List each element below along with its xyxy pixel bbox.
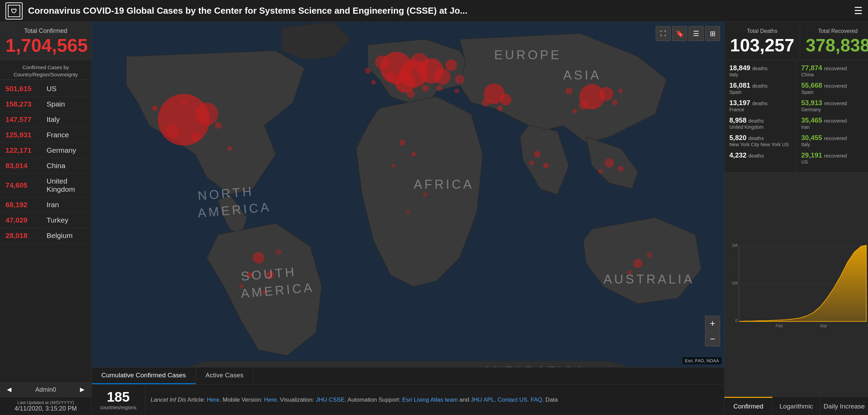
- svg-point-47: [406, 210, 410, 213]
- svg-point-41: [618, 166, 624, 172]
- faq-link[interactable]: FAQ: [531, 397, 542, 403]
- recovered-country: Iran: [801, 124, 863, 130]
- stats-row: Total Deaths 103,257 Total Recovered 378…: [725, 22, 868, 61]
- map-tabs: Cumulative Confirmed Cases Active Cases: [92, 367, 724, 384]
- svg-point-9: [227, 146, 232, 151]
- jhu-csse-link[interactable]: JHU CSSE: [316, 397, 344, 403]
- chart-tabs: Confirmed Logarithmic Daily Increase: [725, 397, 868, 415]
- zoom-in-button[interactable]: +: [705, 316, 720, 331]
- country-list: 501,615US158,273Spain147,577Italy125,931…: [0, 80, 91, 382]
- esri-atlas-link[interactable]: Esri Living Atlas team: [402, 397, 458, 403]
- last-updated-label: Last Updated at (M/D/YYYY): [5, 400, 86, 405]
- tab-active-cases[interactable]: Active Cases: [196, 367, 253, 384]
- app-header: 🛡 Coronavirus COVID-19 Global Cases by t…: [0, 0, 868, 22]
- country-count: 47,029: [5, 216, 43, 224]
- svg-point-20: [407, 90, 415, 98]
- chart-area: 2M 1M 0 Feb Mar: [725, 173, 868, 397]
- svg-point-51: [276, 249, 281, 255]
- svg-text:AFRICA: AFRICA: [414, 177, 474, 191]
- country-count: 501,615: [5, 85, 43, 93]
- death-number: 4,232 deaths: [729, 151, 791, 159]
- svg-point-40: [605, 158, 614, 167]
- recovered-item: 55,668 recoveredSpain: [801, 81, 863, 95]
- center-map: ⛶ 🔖 ☰ ⊞: [92, 22, 724, 415]
- country-count: 122,171: [5, 146, 43, 154]
- svg-point-45: [392, 164, 395, 167]
- svg-point-54: [633, 259, 643, 268]
- svg-point-15: [435, 68, 451, 85]
- main-layout: Total Confirmed 1,704,565 Confirmed Case…: [0, 22, 868, 415]
- death-item: 4,232 deaths: [729, 151, 791, 159]
- total-deaths-box: Total Deaths 103,257: [725, 22, 800, 60]
- total-deaths-label: Total Deaths: [730, 28, 794, 34]
- recovered-number: 29,191 recovered: [801, 151, 863, 159]
- tab-logarithmic[interactable]: Logarithmic: [772, 397, 820, 415]
- svg-point-5: [191, 133, 200, 142]
- list-item[interactable]: 158,273Spain: [0, 97, 91, 112]
- bookmark-button[interactable]: 🔖: [672, 26, 687, 41]
- countries-number: 185: [107, 389, 130, 405]
- list-item[interactable]: 83,014China: [0, 158, 91, 174]
- tab-daily-increase[interactable]: Daily Increase: [820, 397, 868, 415]
- death-number: 5,820 deaths: [729, 134, 791, 142]
- country-count: 74,605: [5, 181, 43, 189]
- tab-confirmed[interactable]: Confirmed: [725, 397, 772, 415]
- list-item[interactable]: 74,605United Kingdom: [0, 174, 91, 197]
- zoom-out-button[interactable]: −: [705, 331, 720, 347]
- country-count: 83,014: [5, 162, 43, 170]
- tab-cumulative-confirmed[interactable]: Cumulative Confirmed Cases: [92, 367, 196, 384]
- menu-icon[interactable]: ☰: [854, 5, 863, 16]
- list-item[interactable]: 122,171Germany: [0, 143, 91, 158]
- country-count: 158,273: [5, 100, 43, 108]
- death-item: 16,081 deathsSpain: [729, 81, 791, 95]
- svg-point-31: [600, 87, 613, 101]
- map-area[interactable]: ⛶ 🔖 ☰ ⊞: [92, 22, 724, 367]
- app-logo: 🛡: [5, 2, 23, 20]
- jhu-apl-link[interactable]: JHU APL: [471, 397, 494, 403]
- confirmed-chart: 2M 1M 0 Feb Mar: [725, 173, 868, 397]
- admin-next-button[interactable]: ►: [78, 385, 86, 394]
- list-item[interactable]: 28,018Belgium: [0, 228, 91, 243]
- confirmed-by-country-label: Confirmed Cases by Country/Region/Sovere…: [0, 60, 91, 80]
- list-item[interactable]: 125,931France: [0, 127, 91, 143]
- svg-point-37: [534, 151, 541, 158]
- death-number: 13,197 deaths: [729, 99, 791, 107]
- recovered-number: 30,455 recovered: [801, 134, 863, 142]
- svg-point-34: [612, 100, 618, 105]
- svg-point-29: [497, 105, 503, 111]
- country-name: Germany: [47, 146, 76, 154]
- contact-us-link[interactable]: Contact US: [498, 397, 527, 403]
- svg-point-25: [455, 89, 459, 93]
- list-item[interactable]: 147,577Italy: [0, 112, 91, 127]
- recovered-country: China: [801, 72, 863, 77]
- list-item[interactable]: 47,029Turkey: [0, 213, 91, 228]
- country-name: France: [47, 131, 69, 139]
- qr-button[interactable]: ⊞: [705, 26, 720, 41]
- svg-point-27: [500, 94, 512, 105]
- admin-prev-button[interactable]: ◄: [5, 385, 13, 394]
- mobile-here-link[interactable]: Here: [264, 397, 277, 403]
- death-number: 8,958 deaths: [729, 116, 791, 124]
- list-button[interactable]: ☰: [689, 26, 704, 41]
- list-item[interactable]: 501,615US: [0, 81, 91, 97]
- expand-button[interactable]: ⛶: [656, 26, 671, 41]
- svg-point-55: [646, 252, 652, 258]
- svg-point-22: [365, 68, 371, 74]
- recovered-country: US: [801, 159, 863, 165]
- death-number: 18,849 deaths: [729, 64, 791, 72]
- info-text: Lancet Inf Dis Article: Here. Mobile Ver…: [145, 385, 724, 415]
- svg-text:ASIA: ASIA: [563, 68, 601, 82]
- death-country: Spain: [729, 89, 791, 95]
- last-updated-time: 4/11/2020, 3:15:20 PM: [5, 405, 86, 412]
- total-recovered-label: Total Recovered: [806, 28, 868, 34]
- svg-point-21: [422, 85, 429, 91]
- total-confirmed-label: Total Confirmed: [5, 27, 86, 35]
- article-here-link[interactable]: Here: [207, 397, 219, 403]
- countries-count-box: 185 countries/regions: [92, 385, 145, 415]
- total-confirmed-number: 1,704,565: [5, 36, 86, 54]
- total-recovered-box: Total Recovered 378,838: [800, 22, 868, 60]
- list-item[interactable]: 68,192Iran: [0, 197, 91, 213]
- svg-point-13: [395, 72, 415, 92]
- svg-point-17: [445, 59, 457, 71]
- death-number: 16,081 deaths: [729, 81, 791, 89]
